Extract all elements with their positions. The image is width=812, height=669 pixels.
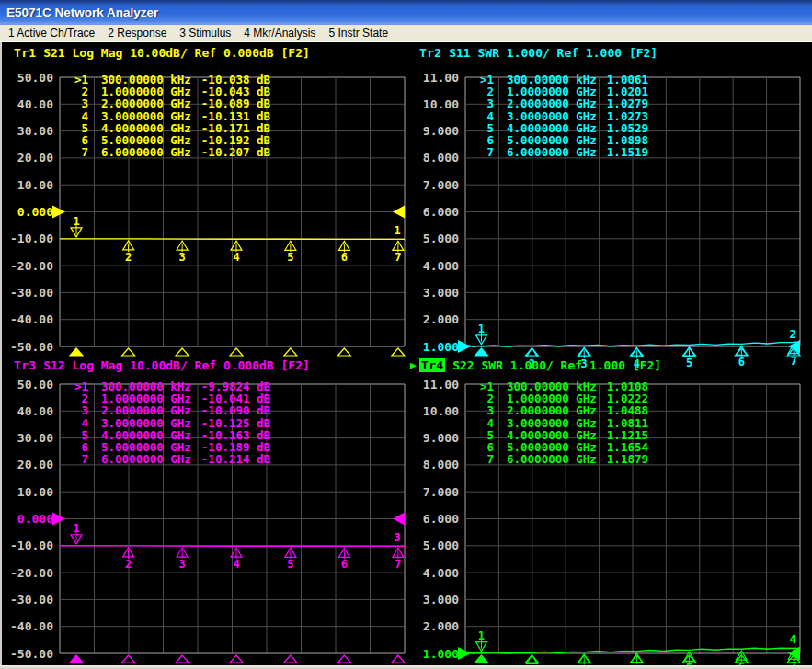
marker-5-tr1[interactable]: 5	[285, 241, 296, 264]
marker-table-tr2: >1300.00000 kHz1.006121.0000000 GHz1.020…	[478, 74, 648, 158]
panel-tr4: ▶Tr4 S22 SWR 1.000/ Ref 1.000 [F2]11.001…	[407, 358, 812, 669]
y-tick-label: 7.000	[423, 178, 459, 192]
marker-row-number: 4	[478, 110, 494, 122]
marker-number: 4	[233, 251, 239, 264]
marker-number: 6	[341, 558, 348, 571]
menu-item-1[interactable]: 1 Active Ch/Trace	[2, 27, 101, 40]
trace-name-tr4[interactable]: Tr4	[419, 358, 445, 372]
marker-2-tr3[interactable]: 2	[123, 548, 134, 571]
marker-7-tr3[interactable]: 7	[393, 548, 404, 571]
menu-item-2[interactable]: 2 Response	[101, 27, 173, 40]
marker-stimulus-triangle-3[interactable]	[176, 655, 189, 663]
y-tick-label: 10.00	[423, 97, 459, 111]
trace-name-tr3[interactable]: Tr3	[14, 358, 36, 372]
ref-level-left-icon[interactable]	[52, 513, 65, 526]
y-tick-label: 2.000	[423, 619, 459, 633]
marker-2-tr1[interactable]: 2	[123, 241, 134, 264]
marker-1-tr4[interactable]: 1	[475, 629, 486, 652]
marker-number: 6	[341, 251, 348, 264]
marker-6-tr3[interactable]: 6	[338, 548, 349, 571]
marker-stimulus-triangle-5[interactable]	[284, 655, 297, 663]
marker-row-7: 76.0000000 GHz-10.207 dB	[73, 146, 270, 158]
marker-1-tr1[interactable]: 1	[71, 215, 82, 237]
marker-number: 3	[179, 558, 186, 571]
marker-row-frequency: 6.0000000 GHz	[101, 146, 191, 158]
marker-number: 5	[287, 251, 293, 264]
menu-item-3[interactable]: 3 Stimulus	[173, 27, 237, 40]
y-tick-label: -20.00	[10, 566, 53, 580]
trace-name-tr2[interactable]: Tr2	[419, 46, 441, 60]
ref-level-left-icon[interactable]	[458, 647, 471, 660]
active-trace-arrow-icon	[410, 47, 419, 59]
marker-stimulus-triangle-4[interactable]	[230, 655, 243, 663]
marker-row-frequency: 3.0000000 GHz	[101, 110, 191, 122]
marker-row-value: 1.0273	[607, 110, 648, 122]
marker-row-value: -10.125 dB	[201, 417, 270, 429]
y-tick-label: -10.00	[10, 232, 53, 245]
ref-level-left-icon[interactable]	[458, 340, 471, 353]
y-tick-label: -30.00	[10, 593, 53, 607]
menu-item-4[interactable]: 4 Mkr/Analysis	[237, 27, 322, 40]
marker-stimulus-triangle-6[interactable]	[337, 655, 350, 663]
marker-1-tr2[interactable]: 1	[475, 323, 486, 345]
marker-7-tr1[interactable]: 7	[393, 241, 404, 264]
marker-stimulus-triangle-1[interactable]	[70, 348, 83, 356]
marker-row-number: 7	[478, 146, 494, 158]
marker-6-tr1[interactable]: 6	[338, 241, 349, 264]
marker-stimulus-triangle-7[interactable]	[392, 348, 405, 356]
active-trace-arrow-icon	[5, 47, 14, 59]
marker-1-tr3[interactable]: 1	[71, 522, 82, 544]
marker-number: 1	[478, 629, 485, 642]
y-tick-label: 8.000	[423, 458, 459, 471]
trace-header-tr2: Tr2 S11 SWR 1.000/ Ref 1.000 [F2]	[410, 46, 658, 60]
trace-header-tr1: Tr1 S21 Log Mag 10.00dB/ Ref 0.000dB [F2…	[5, 46, 310, 60]
marker-3-tr1[interactable]: 3	[177, 241, 188, 264]
marker-table-tr3: >1300.00000 kHz-9.9824 dB21.0000000 GHz-…	[73, 380, 270, 465]
marker-stimulus-triangle-4[interactable]	[230, 348, 243, 356]
marker-stimulus-triangle-2[interactable]	[122, 348, 135, 356]
marker-table-tr4: >1300.00000 kHz1.010821.0000000 GHz1.022…	[478, 380, 648, 465]
marker-row-frequency: 2.0000000 GHz	[507, 97, 597, 109]
marker-row-frequency: 3.0000000 GHz	[507, 417, 597, 429]
ref-level-right-icon[interactable]	[393, 513, 405, 526]
marker-stimulus-triangle-1[interactable]	[475, 348, 487, 356]
trace-line-tr3[interactable]	[60, 546, 405, 547]
marker-stimulus-triangle-1[interactable]	[70, 655, 83, 663]
marker-table-tr1: >1300.00000 kHz-10.038 dB21.0000000 GHz-…	[73, 74, 270, 158]
y-tick-label: -40.00	[10, 619, 53, 633]
marker-row-3: 32.0000000 GHz1.0279	[478, 97, 648, 109]
marker-row-7: 76.0000000 GHz1.1879	[478, 453, 648, 465]
marker-row-frequency: 2.0000000 GHz	[101, 404, 191, 416]
menu-item-5[interactable]: 5 Instr State	[322, 27, 395, 40]
y-tick-label: 10.00	[423, 404, 459, 418]
marker-stimulus-triangle-3[interactable]	[176, 348, 189, 356]
y-tick-label: 0.000	[17, 205, 53, 219]
trace-name-tr1[interactable]: Tr1	[14, 46, 36, 60]
ref-level-right-icon[interactable]	[393, 206, 405, 219]
y-tick-label: -40.00	[10, 312, 53, 326]
marker-5-tr3[interactable]: 5	[285, 548, 296, 571]
y-tick-label: 11.00	[423, 71, 459, 85]
ref-level-left-icon[interactable]	[52, 206, 65, 219]
marker-stimulus-triangle-1[interactable]	[475, 655, 487, 663]
panel-tr1: Tr1 S21 Log Mag 10.00dB/ Ref 0.000dB [F2…	[2, 42, 407, 358]
marker-row-3: 32.0000000 GHz-10.090 dB	[73, 404, 270, 416]
marker-number: 1	[73, 522, 79, 535]
marker-row-frequency: 2.0000000 GHz	[507, 404, 597, 416]
trace-line-tr1[interactable]	[60, 239, 405, 240]
marker-stimulus-triangle-2[interactable]	[122, 655, 135, 663]
marker-row-value: -10.090 dB	[201, 404, 270, 416]
y-tick-label: 10.00	[17, 485, 53, 499]
marker-row-4: 43.0000000 GHz1.0273	[478, 110, 648, 122]
marker-number: 1	[478, 323, 485, 335]
marker-row-number: 7	[478, 453, 494, 465]
marker-row-frequency: 6.0000000 GHz	[507, 453, 597, 465]
trace-format-readout: S21 Log Mag 10.00dB/ Ref 0.000dB [F2]	[36, 46, 309, 60]
marker-stimulus-triangle-5[interactable]	[284, 348, 297, 356]
marker-3-tr3[interactable]: 3	[177, 548, 188, 571]
marker-stimulus-triangle-7[interactable]	[392, 655, 405, 663]
trace-format-readout: S11 SWR 1.000/ Ref 1.000 [F2]	[441, 46, 658, 60]
marker-number: 3	[179, 251, 186, 264]
marker-row-frequency: 3.0000000 GHz	[101, 417, 191, 429]
marker-stimulus-triangle-6[interactable]	[337, 348, 350, 356]
